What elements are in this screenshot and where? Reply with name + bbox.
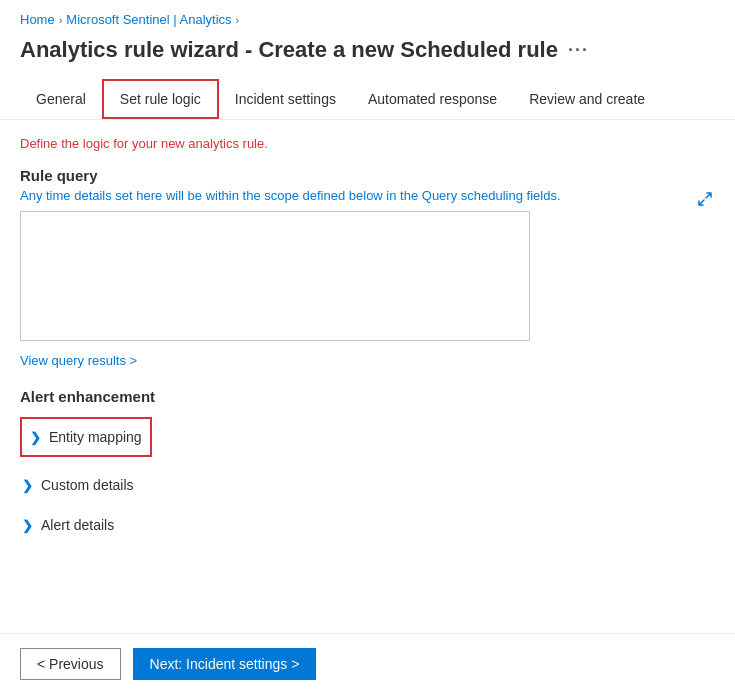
previous-button[interactable]: < Previous xyxy=(20,648,121,680)
rule-query-input[interactable] xyxy=(20,211,530,341)
entity-mapping-item[interactable]: ❯ Entity mapping xyxy=(20,417,152,457)
breadcrumb-chevron-1: › xyxy=(59,14,63,26)
tab-incident-settings[interactable]: Incident settings xyxy=(219,81,352,117)
tab-review-and-create[interactable]: Review and create xyxy=(513,81,661,117)
breadcrumb-home[interactable]: Home xyxy=(20,12,55,27)
custom-details-chevron-icon: ❯ xyxy=(22,478,33,493)
custom-details-label: Custom details xyxy=(41,477,134,493)
alert-enhancement-title: Alert enhancement xyxy=(20,388,715,405)
breadcrumb: Home › Microsoft Sentinel | Analytics › xyxy=(0,0,735,33)
footer: < Previous Next: Incident settings > xyxy=(0,633,735,694)
tab-automated-response[interactable]: Automated response xyxy=(352,81,513,117)
content-area: Define the logic for your new analytics … xyxy=(0,120,735,561)
tab-bar: General Set rule logic Incident settings… xyxy=(0,79,735,120)
alert-details-chevron-icon: ❯ xyxy=(22,518,33,533)
alert-details-item[interactable]: ❯ Alert details xyxy=(20,505,715,545)
entity-mapping-label: Entity mapping xyxy=(49,429,142,445)
custom-details-item[interactable]: ❯ Custom details xyxy=(20,465,715,505)
title-ellipsis[interactable]: ··· xyxy=(568,40,589,61)
rule-query-title: Rule query xyxy=(20,167,715,184)
next-button[interactable]: Next: Incident settings > xyxy=(133,648,317,680)
breadcrumb-chevron-2: › xyxy=(236,14,240,26)
page-title: Analytics rule wizard - Create a new Sch… xyxy=(20,37,558,63)
tab-set-rule-logic[interactable]: Set rule logic xyxy=(102,79,219,119)
alert-details-label: Alert details xyxy=(41,517,114,533)
expand-query-button[interactable] xyxy=(695,189,715,213)
info-text: Define the logic for your new analytics … xyxy=(20,136,715,151)
page-title-container: Analytics rule wizard - Create a new Sch… xyxy=(0,33,735,79)
query-container xyxy=(20,211,715,344)
tab-general[interactable]: General xyxy=(20,81,102,117)
view-query-results-link[interactable]: View query results > xyxy=(20,353,137,368)
entity-mapping-chevron-icon: ❯ xyxy=(30,430,41,445)
rule-query-subtitle: Any time details set here will be within… xyxy=(20,188,715,203)
breadcrumb-sentinel[interactable]: Microsoft Sentinel | Analytics xyxy=(66,12,231,27)
